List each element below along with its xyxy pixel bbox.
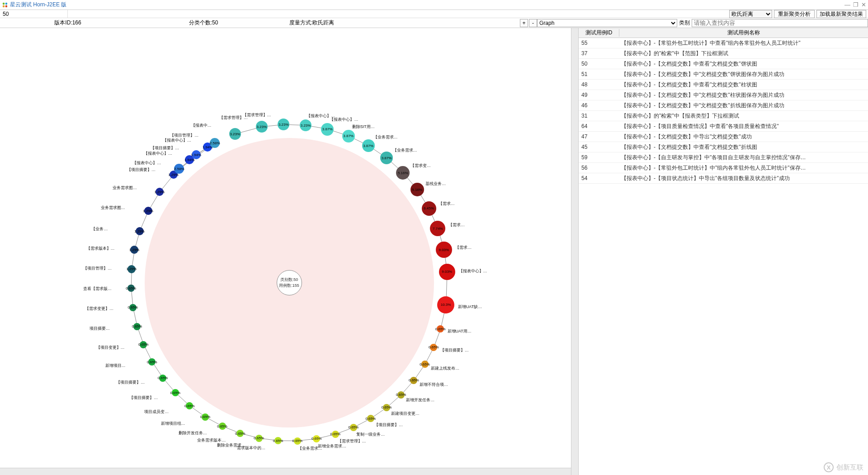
window-title: 星云测试 Horn-J2EE 版 <box>10 1 844 9</box>
cluster-node[interactable]: 9.03% <box>436 242 452 258</box>
cluster-node[interactable]: 0.65% <box>294 437 301 445</box>
col-id-header[interactable]: 测试用例ID <box>579 29 619 37</box>
svg-point-2 <box>3 5 5 7</box>
vertical-scrollbar[interactable] <box>571 28 578 475</box>
cluster-node-label: 【项目变更】… <box>96 345 125 351</box>
cell-id: 56 <box>579 165 619 171</box>
cluster-node[interactable]: 0.65% <box>236 430 244 437</box>
cell-id: 59 <box>579 154 619 161</box>
cluster-node-label: 【项目摘要】… <box>374 422 403 428</box>
cluster-node[interactable]: 10.3% <box>437 296 454 314</box>
table-row[interactable]: 37【报表中心】的"检索"中【范围】下拉框测试 <box>579 48 868 59</box>
cluster-node[interactable]: 0.65% <box>367 415 374 422</box>
cluster-node[interactable]: 3.87% <box>342 130 355 142</box>
cluster-node-label: 删除业务需求… <box>217 442 245 448</box>
distance-metric-select[interactable]: 欧氏距离 <box>729 10 772 18</box>
cluster-node[interactable]: 0.65% <box>383 404 390 411</box>
cluster-node[interactable]: 0.65% <box>430 344 437 351</box>
cell-id: 48 <box>579 81 619 88</box>
cluster-node-label: 项目成员变… <box>144 409 169 415</box>
cluster-node-label: 业务需求图… <box>113 185 137 191</box>
table-row[interactable]: 47【报表中心】-【文档提交数】中导出"文档提交数"成功 <box>579 132 868 142</box>
cluster-node[interactable]: 0.65% <box>274 437 282 444</box>
category-label: 类别 <box>677 19 692 27</box>
cluster-node[interactable]: 5.16% <box>410 183 424 196</box>
recluster-button[interactable]: 重新聚类分析 <box>774 10 815 18</box>
cluster-node[interactable]: 0.65% <box>186 402 193 409</box>
cluster-node[interactable]: 1.29% <box>127 265 136 273</box>
cluster-node[interactable]: 0.65% <box>437 325 444 332</box>
cluster-node[interactable]: 0.65% <box>172 389 179 396</box>
cluster-node[interactable]: 2.58% <box>210 138 220 148</box>
col-name-header[interactable]: 测试用例名称 <box>619 29 868 37</box>
cluster-node[interactable]: 1.94% <box>192 150 201 159</box>
cell-id: 46 <box>579 102 619 109</box>
cluster-node[interactable]: 3.23% <box>229 128 241 140</box>
cell-name: 【报表中心】-【项目状态统计】中导出"各组项目数量及状态统计"成功 <box>619 175 868 182</box>
close-icon[interactable]: ✕ <box>861 1 866 8</box>
cluster-node[interactable]: 0.65% <box>332 431 339 438</box>
table-row[interactable]: 54【报表中心】-【项目状态统计】中导出"各组项目数量及状态统计"成功 <box>579 173 868 184</box>
cluster-node[interactable]: 0.65% <box>127 285 135 292</box>
table-row[interactable]: 56【报表中心】-【常驻外包工时统计】中"组内各常驻外包人员工时统计"保存… <box>579 163 868 173</box>
maximize-icon[interactable]: ❐ <box>853 1 859 8</box>
zoom-in-button[interactable]: + <box>520 19 528 27</box>
table-row[interactable]: 64【报表中心】-【项目质量检查情况】中查看"各项目质量检查情况" <box>579 121 868 132</box>
cluster-node[interactable]: 3.87% <box>362 139 375 152</box>
cluster-node[interactable]: 0.65% <box>350 424 357 431</box>
cluster-node[interactable]: 3.23% <box>278 119 289 130</box>
table-row[interactable]: 45【报表中心】-【文档提交数】中查看"文档提交数"折线图 <box>579 142 868 152</box>
cluster-node[interactable]: 2.58% <box>174 164 184 174</box>
cluster-node[interactable]: 1.29% <box>130 246 138 254</box>
zoom-out-button[interactable]: - <box>529 19 537 27</box>
cluster-node[interactable]: 3.87% <box>380 152 393 164</box>
cluster-node[interactable]: 0.65% <box>421 361 429 368</box>
cluster-node[interactable]: 0.65% <box>255 435 263 442</box>
cluster-node[interactable]: 0.65% <box>129 304 137 311</box>
table-row[interactable]: 48【报表中心】-【文档提交数】中查看"文档提交数"柱状图 <box>579 80 868 90</box>
cluster-node[interactable]: 1.29% <box>156 188 164 196</box>
table-row[interactable]: 49【报表中心】-【文档提交数】中"文档提交数"柱状图保存为图片成功 <box>579 90 868 100</box>
table-row[interactable]: 55【报表中心】-【常驻外包工时统计】中查看"组内各常驻外包人员工时统计" <box>579 38 868 48</box>
cluster-node[interactable]: 0.65% <box>140 341 147 348</box>
cluster-node[interactable]: 0.65% <box>410 377 417 384</box>
cluster-node[interactable]: 0.65% <box>397 391 405 399</box>
center-classcount: 类别数:50 <box>280 277 298 283</box>
cluster-node[interactable]: 0.65% <box>202 413 209 421</box>
cluster-node[interactable]: 9.03% <box>439 264 455 280</box>
search-input[interactable] <box>692 19 868 27</box>
cluster-node[interactable]: 5.16% <box>396 166 410 180</box>
table-row[interactable]: 50【报表中心】-【文档提交数】中查看"文档提交数"饼状图 <box>579 59 868 69</box>
table-row[interactable]: 51【报表中心】-【文档提交数】中"文档提交数"饼状图保存为图片成功 <box>579 69 868 80</box>
cluster-node-label: 【业务… <box>91 226 108 232</box>
view-mode-select[interactable]: Graph <box>537 19 677 27</box>
cluster-node-label: 新建项目变更… <box>391 411 420 417</box>
cluster-node-label: 新建上线发布… <box>431 366 459 371</box>
center-summary-node[interactable]: 类别数:50 用例数:155 <box>277 270 302 295</box>
table-header: 测试用例ID 测试用例名称 <box>579 28 868 38</box>
cluster-node[interactable]: 3.87% <box>321 123 334 136</box>
load-latest-button[interactable]: 加载最新聚类结果 <box>816 10 866 18</box>
cluster-node-label: 【需求… <box>439 201 455 207</box>
table-row[interactable]: 59【报表中心】-【自主研发与掌控】中"各项目自主研发与自主掌控情况"保存… <box>579 152 868 163</box>
cluster-node[interactable]: 0.65% <box>219 423 226 430</box>
table-body: 55【报表中心】-【常驻外包工时统计】中查看"组内各常驻外包人员工时统计"37【… <box>579 38 868 184</box>
cluster-node[interactable]: 1.29% <box>144 207 152 215</box>
cluster-node[interactable]: 0.65% <box>313 435 320 442</box>
main-content: 类别数:50 用例数:155 3.23%【报表中…3.23%【需求管理】…3.2… <box>0 28 868 475</box>
cluster-node[interactable]: 0.65% <box>133 323 141 330</box>
cluster-node-label: 新增项目… <box>105 363 126 369</box>
cluster-node[interactable]: 7.74% <box>430 221 445 236</box>
table-row[interactable]: 46【报表中心】-【文档提交数】中"文档提交数"折线图保存为图片成功 <box>579 100 868 111</box>
cluster-node-label: 【需求版本】… <box>86 246 115 252</box>
horizontal-scrollbar[interactable] <box>0 468 571 475</box>
cluster-node[interactable]: 3.23% <box>256 121 268 133</box>
cluster-node[interactable]: 3.23% <box>300 119 311 131</box>
minimize-icon[interactable]: — <box>844 1 850 8</box>
cluster-node[interactable]: 6.45% <box>422 201 436 216</box>
graph-canvas[interactable]: 类别数:50 用例数:155 3.23%【报表中…3.23%【需求管理】…3.2… <box>0 28 579 475</box>
cluster-node[interactable]: 0.65% <box>148 358 156 366</box>
table-row[interactable]: 31【报表中心】的"检索"中【报表类型】下拉框测试 <box>579 111 868 121</box>
cluster-node[interactable]: 1.29% <box>136 227 144 235</box>
cluster-node[interactable]: 0.65% <box>159 375 166 382</box>
